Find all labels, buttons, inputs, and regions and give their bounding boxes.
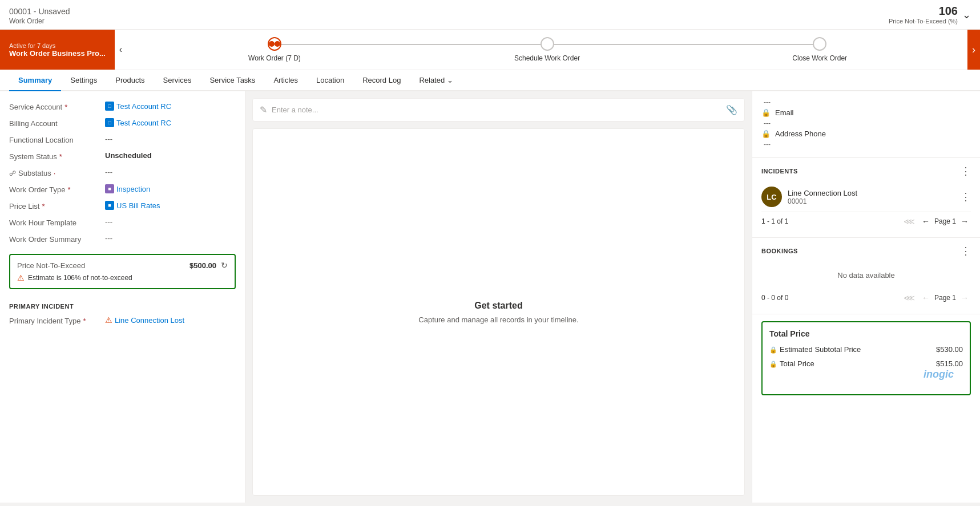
bookings-pagination: 0 - 0 of 0 ⋘ ← Page 1 → [761, 289, 971, 307]
incidents-prev-page-btn[interactable]: ← [919, 216, 932, 227]
required-indicator: * [64, 103, 67, 111]
field-label-work-order-summary: Work Order Summary [9, 234, 100, 244]
incidents-pagination: 1 - 1 of 1 ⋘ ← Page 1 → [761, 212, 971, 230]
email-row: 🔒 Email [761, 108, 971, 117]
contact-dashes-1: --- [761, 98, 971, 106]
tab-record-log[interactable]: Record Log [353, 70, 410, 91]
field-label-price-list: Price List * [9, 201, 100, 211]
record-type: Work Order [9, 17, 70, 25]
expand-button[interactable]: ⌄ [962, 9, 971, 21]
tab-services[interactable]: Services [154, 70, 201, 91]
work-order-type-icon: ■ [105, 184, 114, 193]
field-system-status: System Status * Unscheduled [0, 148, 245, 164]
get-started-description: Capture and manage all records in your t… [418, 315, 578, 324]
email-label: Email [775, 108, 794, 117]
stage-prev-button[interactable]: ‹ [115, 30, 127, 70]
field-value-work-order-type: ■ Inspection [105, 184, 236, 193]
field-value-work-hour-template: --- [105, 217, 236, 226]
field-value-service-account: □ Test Account RC [105, 102, 236, 111]
incident-item-menu-icon[interactable]: ⋮ [961, 191, 971, 203]
step-circle-1 [268, 37, 281, 51]
incidents-next-page-btn[interactable]: → [958, 216, 971, 227]
get-started-title: Get started [474, 301, 522, 311]
tab-related[interactable]: Related ⌄ [410, 70, 462, 91]
bookings-count: 0 - 0 of 0 [761, 294, 788, 302]
bookings-first-page-btn[interactable]: ⋘ [901, 292, 917, 303]
incidents-first-page-btn[interactable]: ⋘ [901, 216, 917, 227]
note-area[interactable]: ✎ Enter a note... 📎 [252, 98, 745, 122]
main-content: Service Account * □ Test Account RC Bill… [0, 91, 980, 503]
lock-icon-total: 🔒 [769, 361, 777, 368]
stage-step-3[interactable]: Close Work Order [683, 37, 956, 62]
primary-incident-link[interactable]: ⚠ Line Connection Lost [105, 315, 236, 325]
bookings-next-page-btn[interactable]: → [958, 292, 971, 303]
price-not-to-exceed-box: Price Not-To-Exceed $500.00 ↻ ⚠ Estimate… [9, 254, 236, 289]
stage-nav-right: › [967, 30, 980, 70]
field-substatus: ☍ Substatus · --- [0, 164, 245, 181]
top-bar: 00001 - Unsaved Work Order 106 Price Not… [0, 0, 980, 30]
incidents-menu-icon[interactable]: ⋮ [961, 165, 971, 177]
get-started-area: Get started Capture and manage all recor… [252, 128, 745, 496]
step-label-3: Close Work Order [792, 54, 847, 62]
address-phone-label: Address Phone [775, 129, 826, 138]
total-price-value-2: $515.00 [936, 359, 963, 368]
field-primary-incident-type: Primary Incident Type * ⚠ Line Connectio… [0, 312, 245, 329]
tab-location[interactable]: Location [307, 70, 353, 91]
note-placeholder: Enter a note... [272, 106, 318, 114]
stage-step-1[interactable]: Work Order (7 D) [138, 37, 411, 62]
bookings-menu-icon[interactable]: ⋮ [961, 245, 971, 257]
tab-summary[interactable]: Summary [9, 70, 61, 91]
field-value-system-status: Unscheduled [105, 151, 236, 160]
price-list-icon: ■ [105, 201, 114, 210]
field-label-service-account: Service Account * [9, 102, 100, 111]
billing-account-link[interactable]: □ Test Account RC [105, 118, 236, 127]
incident-title: Line Connection Lost [788, 189, 955, 197]
price-box-right: $500.00 ↻ [189, 261, 228, 270]
required-indicator: · [54, 169, 56, 177]
bookings-title: BOOKINGS [761, 248, 798, 254]
field-label-functional-location: Functional Location [9, 135, 100, 144]
lock-icon-phone: 🔒 [761, 129, 771, 138]
right-panel: --- 🔒 Email --- 🔒 Address Phone --- INCI… [752, 91, 980, 503]
center-panel: ✎ Enter a note... 📎 Get started Capture … [245, 91, 752, 503]
field-value-billing-account: □ Test Account RC [105, 118, 236, 127]
incidents-title: INCIDENTS [761, 168, 798, 175]
incidents-page-label: Page 1 [934, 217, 956, 225]
contact-dashes-2: --- [761, 119, 971, 127]
record-header: 00001 - Unsaved Work Order [9, 4, 70, 25]
lock-icon-email: 🔒 [761, 108, 771, 117]
bookings-prev-page-btn[interactable]: ← [919, 292, 932, 303]
field-label-system-status: System Status * [9, 151, 100, 161]
total-price-label-2: 🔒 Total Price [769, 359, 931, 368]
stage-active-label: Active for 7 days [9, 42, 106, 49]
field-value-work-order-summary: --- [105, 234, 236, 242]
field-value-substatus: --- [105, 168, 236, 176]
tab-settings[interactable]: Settings [61, 70, 106, 91]
stage-step-2[interactable]: Schedule Work Order [411, 37, 684, 62]
tab-service-tasks[interactable]: Service Tasks [200, 70, 264, 91]
field-label-billing-account: Billing Account [9, 118, 100, 128]
stage-bar-active: Active for 7 days Work Order Business Pr… [0, 30, 115, 70]
field-functional-location: Functional Location --- [0, 131, 245, 148]
field-service-account: Service Account * □ Test Account RC [0, 98, 245, 115]
paperclip-icon: 📎 [726, 104, 737, 115]
address-phone-row: 🔒 Address Phone [761, 129, 971, 138]
incident-item: LC Line Connection Lost 00001 ⋮ [761, 182, 971, 212]
incident-warning-icon: ⚠ [105, 315, 112, 325]
stage-next-button[interactable]: › [972, 44, 975, 56]
field-work-order-summary: Work Order Summary --- [0, 230, 245, 247]
step-circle-2 [541, 37, 554, 51]
total-price-row-1: 🔒 Estimated Subtotal Price $530.00 [769, 345, 963, 354]
tab-products[interactable]: Products [106, 70, 154, 91]
work-order-type-link[interactable]: ■ Inspection [105, 184, 236, 193]
service-account-link[interactable]: □ Test Account RC [105, 102, 236, 111]
total-price-box: Total Price 🔒 Estimated Subtotal Price $… [761, 321, 971, 395]
incidents-section-header: INCIDENTS ⋮ [761, 165, 971, 177]
top-bar-right: 106 Price Not-To-Exceed (%) ⌄ [889, 5, 971, 25]
tab-articles[interactable]: Articles [264, 70, 307, 91]
total-price-label-1: 🔒 Estimated Subtotal Price [769, 345, 931, 354]
price-list-link[interactable]: ■ US Bill Rates [105, 201, 236, 210]
contact-info-section: --- 🔒 Email --- 🔒 Address Phone --- [752, 91, 980, 158]
tabs-bar: Summary Settings Products Services Servi… [0, 70, 980, 91]
price-refresh-button[interactable]: ↻ [221, 261, 228, 270]
